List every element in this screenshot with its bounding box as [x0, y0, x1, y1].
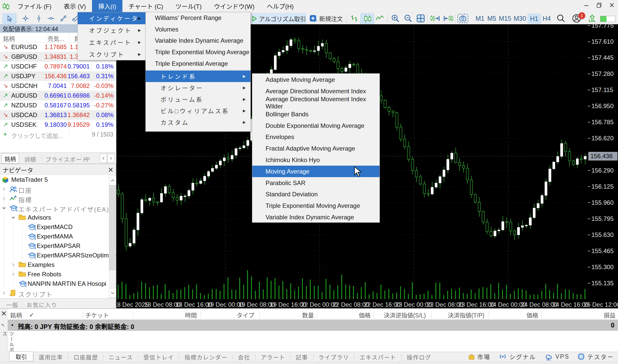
chevron-down-icon[interactable]	[11, 215, 15, 220]
tab-common[interactable]: 一般	[6, 300, 18, 309]
status-tester-chip[interactable]: テスター	[577, 352, 614, 361]
status-vps-cloud[interactable]: VPS	[544, 352, 569, 361]
maximize-icon[interactable]	[596, 2, 602, 8]
candlestick-chart-button[interactable]	[360, 13, 374, 24]
chevron-right-icon[interactable]	[2, 197, 6, 201]
dock-arrow-icon[interactable]: ↖	[1, 322, 5, 328]
line-chart-button[interactable]	[374, 13, 385, 24]
menu-item-6[interactable]: ウインドウ(W)	[208, 0, 261, 12]
toolbox-tab-9[interactable]: 記事	[291, 353, 313, 361]
insert-menu-item-2[interactable]: オブジェクト▶	[78, 24, 146, 36]
vertical-line-tool[interactable]	[33, 13, 44, 24]
watch-row-usdchf[interactable]: ↗USDCHF0.789740.790010.18%	[0, 62, 116, 71]
tree-item-expertmacd[interactable]: ExpertMACD	[0, 222, 108, 232]
navigator-close-icon[interactable]	[108, 167, 113, 172]
menu-item-4[interactable]: チャート (C)	[122, 0, 169, 12]
close-icon[interactable]	[609, 2, 615, 8]
menu-item-5[interactable]: ツール(T)	[169, 0, 208, 12]
balance-row[interactable]: •残高: 0 JPY 有効証拠金: 0 余剰証拠金: 00	[8, 320, 618, 331]
tree-item-metatrader-5[interactable]: MetaTrader 5	[0, 175, 108, 185]
toolbox-tab-2[interactable]: 運用比率	[33, 353, 68, 361]
column-header-10[interactable]: 損益	[8, 310, 615, 320]
menu-item-1[interactable]: ファイル (F)	[11, 0, 58, 12]
tab-favorites[interactable]: お気に入り	[27, 300, 57, 309]
trend-item-standard-deviation[interactable]: Standard Deviation	[252, 189, 380, 200]
tree-item-expertmapsar[interactable]: ExpertMAPSAR	[0, 241, 108, 251]
trendline-tool[interactable]	[58, 13, 69, 24]
algo-trading-button[interactable]: アルゴリズム取引	[251, 13, 306, 24]
trend-item-envelopes[interactable]: Envelopes	[252, 131, 380, 143]
toolbox-tab-10[interactable]: ライブラリ	[313, 353, 354, 361]
chevron-right-icon[interactable]	[11, 263, 15, 267]
time-axis[interactable]: 18 Dec 202518 Dec 08:0018 Dec 16:0019 De…	[116, 300, 618, 308]
timeframe-m1[interactable]: M1	[474, 14, 486, 23]
insert-menu-item-3[interactable]: エキスパート▶	[78, 36, 146, 48]
status-signal[interactable]: シグナル	[498, 352, 536, 361]
bar-chart-button[interactable]	[349, 13, 360, 24]
watch-row-usdjpy[interactable]: ↗USDJPY156.436156.4630.31%	[0, 71, 116, 81]
search-button[interactable]	[555, 13, 567, 24]
trend-item-adaptive-moving-average[interactable]: Adaptive Moving Average	[252, 74, 380, 86]
trend-item-ichimoku-kinko-hyo[interactable]: Ichimoku Kinko Hyo	[252, 154, 380, 166]
indicator-item-volumes[interactable]: Volumes	[146, 24, 250, 35]
navigator-scrollbar[interactable]	[109, 176, 116, 298]
minimize-icon[interactable]	[583, 2, 589, 8]
status-market-bag[interactable]: 市場	[468, 352, 490, 361]
tab-scroll-right[interactable]: ›	[107, 154, 115, 163]
scrollbar-thumb[interactable]	[109, 185, 116, 270]
zoom-in-button[interactable]	[390, 13, 401, 24]
insert-menu-item-1[interactable]: インディケータ▶	[78, 12, 146, 24]
auto-scroll-button[interactable]	[442, 13, 454, 24]
toolbox-close-icon[interactable]	[1, 311, 6, 316]
tab-details[interactable]: 詳細	[25, 155, 36, 163]
trend-item-triple-exponential-moving-average[interactable]: Triple Exponential Moving Average	[252, 200, 380, 212]
tree-item-free-robots[interactable]: Free Robots	[0, 270, 108, 279]
cursor-tool[interactable]	[3, 13, 16, 24]
tree-item-expertmama[interactable]: ExpertMAMA	[0, 232, 108, 241]
toolbox-tab-3[interactable]: 口座履歴	[68, 353, 103, 361]
tree-item-nanpin-martin-ea-hosopi[interactable]: NANPIN MARTIN EA Hosopi	[0, 279, 108, 289]
tree-item--[interactable]: スクリプト	[0, 289, 108, 298]
trend-item-bollinger-bands[interactable]: Bollinger Bands	[252, 108, 380, 120]
toolbox-tab-8[interactable]: アラート	[256, 353, 290, 361]
indicator-item-triple-exponential-average[interactable]: Triple Exponential Average	[146, 58, 250, 69]
trend-item-variable-index-dynamic-average[interactable]: Variable Index Dynamic Average	[252, 212, 380, 223]
indicator-category-5[interactable]: カスタム▶	[146, 117, 250, 128]
indicator-item-variable-index-dynamic-average[interactable]: Variable Index Dynamic Average	[146, 35, 250, 47]
menu-item-2[interactable]: 表示 (V)	[58, 0, 92, 12]
tree-item-advisors[interactable]: Advisors	[0, 213, 108, 222]
indicator-item-triple-exponential-moving-average[interactable]: Triple Exponential Moving Average	[146, 47, 250, 58]
toolbox-tab-11[interactable]: エキスパート	[354, 353, 401, 361]
timeframe-m5[interactable]: M5	[486, 14, 497, 23]
timeframe-h1[interactable]: H1	[528, 14, 541, 24]
trend-item-average-directional-movement-index-wilder[interactable]: Average Directional Movement Index Wilde…	[252, 97, 380, 109]
chart-shift-button[interactable]	[429, 13, 441, 24]
tree-item-expertmapsarsizeoptimized[interactable]: ExpertMAPSARSizeOptimized	[0, 251, 108, 260]
toolbox-tab-5[interactable]: 受信トレイ	[138, 353, 179, 361]
menu-item-3[interactable]: 挿入(I)	[92, 0, 122, 12]
navigator-close-icon[interactable]	[108, 167, 113, 172]
timeframe-h4[interactable]: H4	[541, 14, 553, 23]
tree-item-examples[interactable]: Examples	[0, 260, 108, 270]
trend-item-parabolic-sar[interactable]: Parabolic SAR	[252, 177, 380, 189]
chevron-right-icon[interactable]	[11, 272, 15, 276]
crosshair-tool[interactable]	[20, 13, 31, 24]
toolbox-tab-1[interactable]: 取引	[9, 351, 33, 361]
watch-row-nzdusd[interactable]: ↗NZDUSD0.581670.58195-0.27%	[0, 100, 116, 110]
tab-ticks[interactable]: テ	[85, 155, 90, 163]
tab-priceboard[interactable]: プライスボード	[45, 155, 88, 163]
toolbox-tab-6[interactable]: 指標カレンダー	[179, 353, 233, 361]
timeframe-m30[interactable]: M30	[513, 14, 527, 23]
tab-symbols[interactable]: 銘柄	[2, 153, 19, 164]
chevron-right-icon[interactable]	[2, 187, 6, 191]
trend-item-fractal-adaptive-moving-average[interactable]: Fractal Adaptive Moving Average	[252, 143, 380, 154]
indicator-category-4[interactable]: ビル□ウィリアムス系▶	[146, 105, 250, 117]
zoom-out-button[interactable]	[402, 13, 414, 24]
chevron-right-icon[interactable]	[2, 291, 6, 295]
toolbox-tab-4[interactable]: ニュース	[104, 353, 138, 361]
indicator-category-2[interactable]: オシレーター▶	[146, 82, 250, 94]
horizontal-line-tool[interactable]	[45, 13, 57, 24]
price-axis[interactable]: 157.775157.610157.445157.280157.115156.9…	[588, 24, 618, 300]
watch-row-audusd[interactable]: ↗AUDUSD0.669610.66986-0.14%	[0, 91, 116, 100]
indicator-item-williams-percent-range[interactable]: Williams' Percent Range	[146, 12, 250, 24]
